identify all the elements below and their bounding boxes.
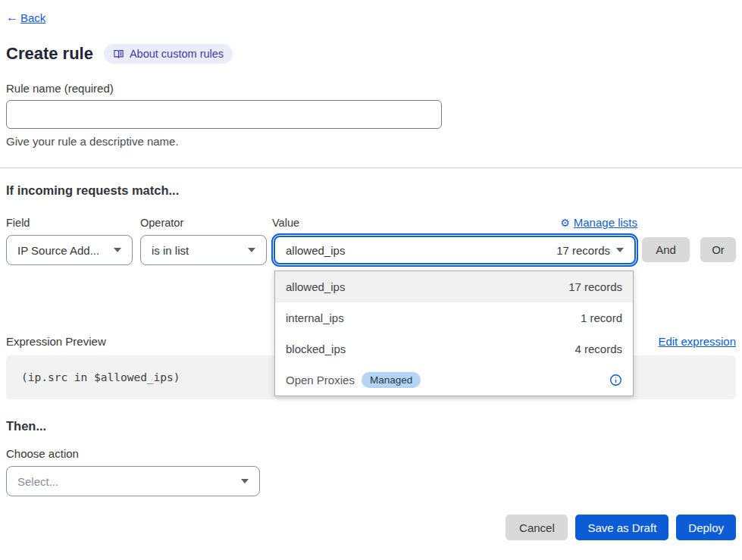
operator-select-value: is in list [152, 244, 189, 257]
list-option-name: internal_ips [286, 311, 344, 324]
manage-lists-label: Manage lists [574, 216, 637, 229]
match-section-heading: If incoming requests match... [6, 183, 736, 198]
action-select-placeholder: Select... [17, 475, 58, 488]
rule-name-helper: Give your rule a descriptive name. [6, 135, 736, 148]
info-icon[interactable] [609, 374, 622, 386]
list-option-count: 4 records [575, 343, 622, 355]
field-select-value: IP Source Add... [17, 244, 99, 257]
choose-action-label: Choose action [6, 447, 736, 460]
page-title: Create rule [6, 44, 93, 64]
value-select-name: allowed_ips [286, 244, 345, 257]
operator-select[interactable]: is in list [140, 235, 267, 265]
book-icon [113, 48, 124, 60]
value-select-count: 17 records [556, 244, 610, 257]
rule-name-label: Rule name (required) [6, 82, 736, 95]
save-as-draft-button[interactable]: Save as Draft [575, 515, 668, 540]
list-option-name: Open Proxies [286, 374, 355, 386]
back-link[interactable]: ←Back [6, 11, 45, 24]
manage-lists-link[interactable]: ⚙ Manage lists [560, 216, 637, 229]
list-option-internal-ips[interactable]: internal_ips 1 record [275, 302, 633, 333]
action-select[interactable]: Select... [6, 466, 260, 496]
edit-expression-link[interactable]: Edit expression [658, 335, 736, 348]
operator-label: Operator [140, 217, 267, 229]
field-label: Field [6, 217, 133, 229]
footer-actions: Cancel Save as Draft Deploy [6, 515, 736, 540]
deploy-button[interactable]: Deploy [676, 515, 736, 540]
list-option-name: blocked_ips [286, 343, 346, 355]
list-option-count: 17 records [568, 280, 622, 293]
back-arrow-icon: ← [6, 11, 18, 24]
value-label: Value [272, 217, 299, 229]
list-dropdown-panel: allowed_ips 17 records internal_ips 1 re… [274, 271, 634, 396]
expression-code: (ip.src in $allowed_ips) [21, 371, 180, 383]
list-option-blocked-ips[interactable]: blocked_ips 4 records [275, 333, 633, 364]
list-option-allowed-ips[interactable]: allowed_ips 17 records [275, 271, 633, 302]
chevron-down-icon [616, 248, 624, 252]
about-custom-rules-link[interactable]: About custom rules [104, 44, 233, 64]
chevron-down-icon [114, 248, 121, 252]
cancel-button[interactable]: Cancel [506, 515, 568, 540]
field-select[interactable]: IP Source Add... [6, 235, 133, 265]
list-option-count: 1 record [581, 311, 622, 324]
value-select[interactable]: allowed_ips 17 records [274, 236, 636, 264]
gear-icon: ⚙ [560, 217, 570, 229]
then-section-heading: Then... [6, 419, 736, 433]
rule-name-input[interactable] [6, 100, 442, 129]
chevron-down-icon [248, 248, 255, 252]
expression-preview-label: Expression Preview [6, 335, 106, 348]
about-custom-rules-label: About custom rules [130, 48, 224, 60]
or-button[interactable]: Or [700, 237, 736, 262]
managed-badge: Managed [362, 372, 421, 388]
section-divider [0, 167, 742, 168]
list-option-name: allowed_ips [286, 280, 345, 293]
and-button[interactable]: And [642, 237, 690, 262]
chevron-down-icon [241, 479, 249, 483]
list-option-open-proxies[interactable]: Open Proxies Managed [275, 364, 633, 396]
back-link-label: Back [20, 11, 45, 24]
create-rule-page: ←Back Create rule About custom rules Rul… [0, 0, 742, 555]
